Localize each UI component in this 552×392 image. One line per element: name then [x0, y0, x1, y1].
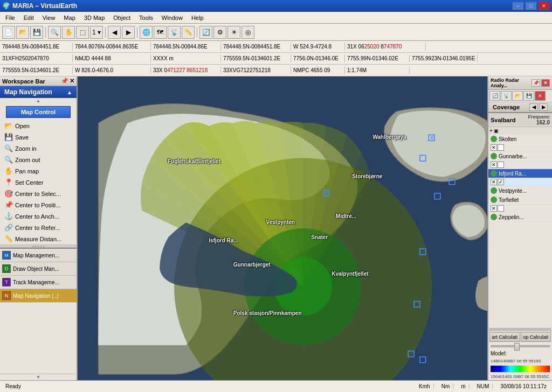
toolbar-extra[interactable]: ◎ — [242, 26, 254, 39]
scale-bottom: 150401401 09B7 06 55 5535C — [488, 373, 552, 380]
status-datetime: 30/08/16 10:11:17z — [497, 383, 550, 389]
toolbar-globe[interactable]: 🌐 — [140, 26, 153, 39]
toolbar-hand[interactable]: ✋ — [62, 26, 75, 39]
rp-save[interactable]: 💾 — [523, 91, 534, 101]
nav-zoom-out-label: Zoom out — [15, 157, 40, 163]
freq-label: Frequenc — [528, 114, 550, 120]
menu-window[interactable]: Window — [157, 13, 187, 22]
rp-icon2[interactable]: 📡 — [501, 91, 512, 101]
cov-prev[interactable]: ◀ — [529, 103, 538, 111]
tab-map-management[interactable]: M Map Managemen... — [0, 249, 77, 262]
right-panel-pin[interactable]: 📌 — [532, 79, 540, 87]
workspace-close-button[interactable]: ✕ — [70, 78, 74, 85]
skolten-check2[interactable] — [498, 144, 504, 151]
menu-3dmap[interactable]: 3D Map — [80, 13, 109, 22]
map-canvas[interactable] — [78, 76, 487, 380]
torfiellet-check1[interactable]: ✕ — [491, 205, 497, 212]
toolbar-rotate[interactable]: 🔄 — [199, 26, 212, 39]
rp-back[interactable]: 🔄 — [489, 91, 500, 101]
rp-open[interactable]: 📂 — [512, 91, 523, 101]
map-nav-title: Map Navigation — [4, 88, 52, 96]
toolbar-new[interactable]: 📄 — [2, 26, 15, 39]
station-torfiellet[interactable]: Torfiellet — [488, 195, 552, 205]
toolbar-save[interactable]: 💾 — [30, 26, 43, 39]
nav-pan[interactable]: ✋ Pan map — [0, 165, 77, 177]
status-num: NUM — [474, 383, 493, 389]
workspace-pin-button[interactable]: 📌 — [61, 78, 68, 85]
toolbar-open[interactable]: 📂 — [16, 26, 29, 39]
nav-center-anch[interactable]: ⚓ Center to Anch... — [0, 211, 77, 222]
nav-save[interactable]: 💾 Save — [0, 131, 77, 143]
slider-track[interactable] — [491, 345, 550, 347]
nav-open[interactable]: 📂 Open — [0, 120, 77, 131]
isfjord-check2[interactable]: ✓ — [498, 179, 504, 185]
model-label: Model: — [488, 349, 552, 358]
map-nav-collapse[interactable]: ▲ — [67, 89, 72, 95]
cov-next[interactable]: ▶ — [539, 103, 548, 111]
station-gunnarbe[interactable]: Gunnarbe... — [488, 152, 552, 161]
gunnarbe-check2[interactable] — [498, 162, 504, 168]
toolbar-sun[interactable]: ☀ — [227, 26, 240, 39]
expand-plus[interactable]: + — [489, 128, 493, 134]
toolbar-zoom[interactable]: 1 ▾ — [90, 26, 103, 39]
toolbar-find[interactable]: 🔍 — [48, 26, 61, 39]
gunnarbe-dot — [491, 153, 497, 159]
nav-center-ref[interactable]: 🔗 Center to Refer... — [0, 222, 77, 233]
minimize-button[interactable]: – — [512, 2, 524, 10]
station-isfjord[interactable]: Isfjord Ra... — [488, 169, 552, 178]
nav-zoom-in[interactable]: 🔍 Zoom in — [0, 143, 77, 154]
toolbar-layers[interactable]: 🗺 — [154, 26, 167, 39]
toolbar-measure[interactable]: 📏 — [182, 26, 195, 39]
station-vestpynte[interactable]: Vestpynte... — [488, 186, 552, 195]
skolten-label: Skolten — [499, 136, 516, 142]
coord-1-2: 7844.8076N-00844.8635E — [73, 43, 151, 51]
nav-set-center[interactable]: 📍 Set Center — [0, 177, 77, 188]
map-management-icon: M — [2, 251, 11, 260]
menu-view[interactable]: View — [38, 13, 60, 22]
torfiellet-check2[interactable] — [498, 205, 504, 212]
nav-measure[interactable]: 📏 Measure Distan... — [0, 233, 77, 244]
tab-track-management-label: Track Manageme... — [13, 279, 59, 285]
menu-file[interactable]: File — [1, 13, 19, 22]
map-area[interactable]: Wahlbergøya Fuglehuka/Blintjellet Storeb… — [78, 76, 487, 380]
nav-center-ref-label: Center to Refer... — [15, 225, 60, 231]
gunnarbe-check1[interactable]: ✕ — [491, 162, 497, 168]
rp-close-x[interactable]: ✕ — [535, 91, 546, 101]
toolbar-forward[interactable]: ▶ — [122, 26, 135, 39]
tab-map-navigation[interactable]: N Map Navigation (..) — [0, 289, 77, 303]
zoom-out-icon: 🔍 — [4, 156, 13, 164]
stop-calc-button[interactable]: op Calculati — [521, 332, 551, 342]
toolbar-back[interactable]: ◀ — [108, 26, 121, 39]
toolbar: 📄 📂 💾 🔍 ✋ ⬚ 1 ▾ ◀ ▶ 🌐 🗺 📡 📏 🔄 ⚙ ☀ ◎ — [0, 24, 552, 41]
isfjord-check1[interactable]: ✕ — [491, 179, 497, 185]
close-button[interactable]: ✕ — [538, 2, 550, 10]
start-calc-button[interactable]: art Calculati — [489, 332, 520, 342]
station-list: Skolten ✕ Gunnarbe... ✕ Isfjord Ra... ✕ — [488, 135, 552, 327]
maximize-button[interactable]: □ — [525, 2, 537, 10]
nav-center-pos[interactable]: 📌 Center to Positi... — [0, 199, 77, 211]
toolbar-settings[interactable]: ⚙ — [213, 26, 226, 39]
nav-center-select[interactable]: 🎯 Center to Selec... — [0, 188, 77, 199]
nav-pan-label: Pan map — [15, 168, 39, 174]
tab-track-management[interactable]: T Track Manageme... — [0, 276, 77, 289]
menu-map[interactable]: Map — [59, 13, 79, 22]
toolbar-track[interactable]: 📡 — [168, 26, 181, 39]
skolten-check1[interactable]: ✕ — [491, 144, 497, 151]
map-control-button[interactable]: Map Control — [6, 106, 71, 118]
slider-thumb[interactable] — [514, 343, 520, 351]
tab-draw-object[interactable]: D Draw Object Man... — [0, 262, 77, 276]
station-skolten[interactable]: Skolten — [488, 135, 552, 144]
status-right: Kmh Nm m NUM 30/08/16 10:11:17z — [416, 383, 550, 389]
menu-help[interactable]: Help — [187, 13, 208, 22]
right-panel-close[interactable]: ✕ — [541, 79, 550, 87]
menu-tools[interactable]: Tools — [135, 13, 157, 22]
nav-zoom-in-label: Zoom in — [15, 145, 37, 152]
station-zeppelin[interactable]: Zeppelin... — [488, 213, 552, 222]
menu-object[interactable]: Object — [109, 13, 135, 22]
toolbar-select[interactable]: ⬚ — [76, 26, 89, 39]
coord-3-3: 33X 0471227 8651218 — [151, 66, 221, 74]
zoom-in-icon: 🔍 — [4, 144, 13, 152]
menu-edit[interactable]: Edit — [19, 13, 38, 22]
open-icon: 📂 — [4, 122, 13, 130]
nav-zoom-out[interactable]: 🔍 Zoom out — [0, 154, 77, 165]
